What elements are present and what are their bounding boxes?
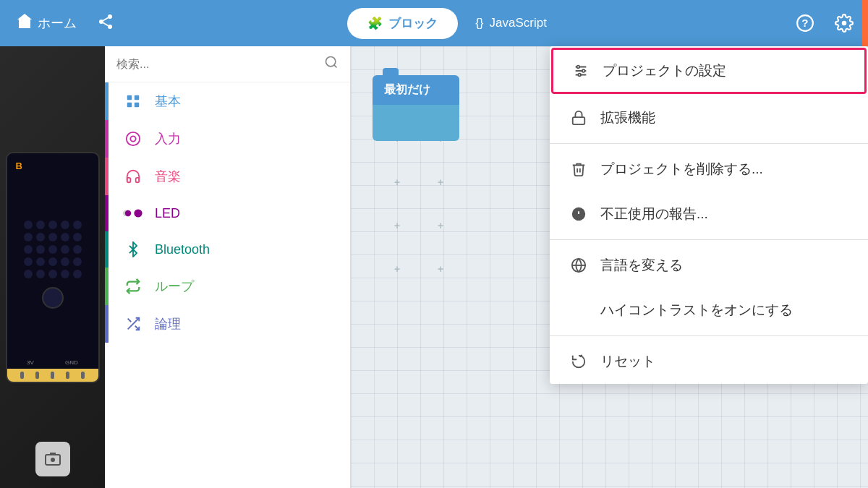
report-abuse-icon [570, 206, 587, 222]
home-label: ホーム [38, 14, 77, 32]
svg-point-1 [108, 14, 112, 19]
menu-item-reset[interactable]: リセット [550, 339, 868, 384]
project-settings-icon [572, 63, 590, 79]
report-abuse-label: 不正使用の報告... [600, 205, 708, 223]
tab-javascript[interactable]: {} JavaScript [458, 9, 564, 38]
svg-line-4 [103, 22, 109, 25]
menu-item-delete-project[interactable]: プロジェクトを削除する... [550, 147, 868, 192]
extensions-label: 拡張機能 [600, 108, 655, 127]
menu-item-high-contrast[interactable]: ハイコントラストをオンにする [550, 288, 868, 333]
menu-item-extensions[interactable]: 拡張機能 [550, 95, 868, 140]
language-icon [570, 257, 587, 273]
dropdown-overlay: プロジェクトの設定 拡張機能 [0, 46, 868, 488]
language-label: 言語を変える [600, 256, 683, 275]
delete-project-icon [570, 161, 587, 177]
divider-3 [550, 335, 868, 336]
blocks-icon: 🧩 [367, 16, 383, 31]
high-contrast-label: ハイコントラストをオンにする [600, 301, 793, 320]
menu-item-report-abuse[interactable]: 不正使用の報告... [550, 192, 868, 236]
share-button[interactable] [87, 7, 124, 40]
home-button[interactable]: ホーム [6, 7, 87, 40]
extensions-icon [570, 110, 587, 126]
svg-point-28 [582, 69, 585, 72]
js-label: JavaScript [489, 16, 546, 30]
menu-item-language[interactable]: 言語を変える [550, 243, 868, 288]
reset-icon [570, 354, 587, 369]
help-button[interactable]: ? [787, 8, 823, 38]
svg-marker-0 [17, 14, 32, 28]
svg-point-29 [578, 74, 581, 77]
reset-label: リセット [600, 352, 655, 371]
svg-point-3 [108, 25, 112, 29]
divider-2 [550, 239, 868, 240]
nav-right-actions: ? [787, 8, 862, 38]
svg-point-27 [577, 66, 580, 69]
delete-project-label: プロジェクトを削除する... [600, 160, 763, 179]
svg-rect-30 [573, 117, 585, 124]
topnav: ホーム 🧩 ブロック {} JavaScript ? [0, 0, 868, 46]
svg-point-2 [99, 20, 103, 24]
js-icon: {} [475, 16, 483, 30]
menu-item-project-settings[interactable]: プロジェクトの設定 [551, 48, 867, 94]
blocks-label: ブロック [388, 15, 438, 32]
tab-blocks[interactable]: 🧩 ブロック [347, 8, 458, 39]
project-settings-label: プロジェクトの設定 [603, 61, 726, 80]
divider-1 [550, 143, 868, 144]
nav-tabs: 🧩 ブロック {} JavaScript [124, 8, 787, 39]
svg-text:?: ? [801, 17, 808, 29]
main-area: B [0, 46, 868, 488]
home-icon [16, 12, 33, 34]
settings-button[interactable] [826, 8, 862, 38]
accent-bar [862, 0, 868, 46]
svg-line-5 [103, 17, 109, 20]
dropdown-menu: プロジェクトの設定 拡張機能 [550, 46, 868, 384]
